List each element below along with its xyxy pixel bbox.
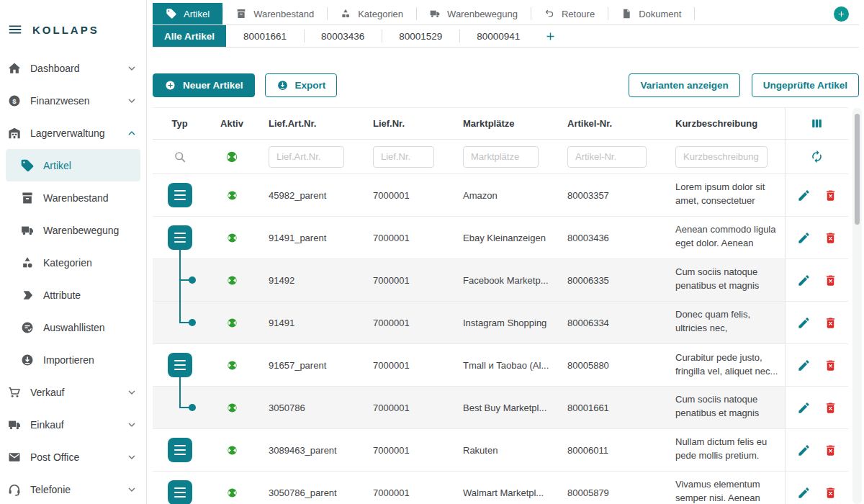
tab-kategorien[interactable]: Kategorien xyxy=(327,3,416,24)
delete-icon[interactable] xyxy=(824,359,837,372)
delete-icon[interactable] xyxy=(824,189,837,202)
column-settings-icon[interactable] xyxy=(810,117,824,130)
tab-artikel[interactable]: Artikel xyxy=(153,3,222,24)
delete-icon[interactable] xyxy=(824,316,837,330)
module-tab-bar: Artikel Warenbestand Kategorien Warenbew… xyxy=(153,3,859,25)
return-arrow-icon xyxy=(544,8,555,19)
row-actions xyxy=(785,302,848,343)
dollar-circle-icon xyxy=(7,94,22,108)
cell-lief-nr: 7000001 xyxy=(361,318,451,328)
warehouse-icon xyxy=(7,126,22,140)
tab-dokument[interactable]: Dokument xyxy=(608,3,694,24)
tab-article-80003436[interactable]: 80003436 xyxy=(304,25,382,47)
marktplaetze-filter-input[interactable] xyxy=(463,146,539,168)
edit-icon[interactable] xyxy=(797,316,811,330)
kurzbeschreibung-filter-input[interactable] xyxy=(675,146,768,168)
sidebar-item-telefonie[interactable]: Telefonie xyxy=(0,473,146,504)
cell-kurzbeschreibung: Vivamus elementum semper nisi. Aenean vu… xyxy=(664,478,785,504)
mail-icon xyxy=(7,450,22,464)
edit-icon[interactable] xyxy=(797,401,811,415)
row-actions xyxy=(785,387,848,428)
sidebar-item-einkauf[interactable]: Einkauf xyxy=(0,408,146,441)
sidebar-item-warenbestand[interactable]: Warenbestand xyxy=(0,181,146,214)
download-circle-icon xyxy=(276,79,289,91)
cell-marktplatz: Instagram Shopping xyxy=(451,318,556,328)
sidebar-item-post-office[interactable]: Post Office xyxy=(0,441,146,473)
tab-warenbewegung[interactable]: Warenbewegung xyxy=(416,3,531,24)
sidebar-item-importieren[interactable]: Importieren xyxy=(0,343,146,376)
add-article-tab-button[interactable] xyxy=(537,25,563,47)
header-kurzbeschreibung[interactable]: Kurzbeschreibung xyxy=(664,118,785,129)
lief-art-nr-filter-input[interactable] xyxy=(269,146,344,168)
edit-icon[interactable] xyxy=(797,486,811,500)
sidebar-item-artikel[interactable]: Artikel xyxy=(6,149,140,181)
tab-article-80000941[interactable]: 80000941 xyxy=(459,25,537,47)
sidebar-item-auswahllisten[interactable]: Auswahllisten xyxy=(0,311,146,343)
plus-icon xyxy=(544,30,557,42)
scrollbar-thumb[interactable] xyxy=(855,114,860,225)
sidebar-item-kategorien[interactable]: Kategorien xyxy=(0,246,146,279)
parent-article-icon[interactable] xyxy=(168,183,192,207)
table-row: 3089463_parent 7000001 Rakuten 80006011 … xyxy=(153,429,848,472)
cell-artikel-nr: 80006011 xyxy=(556,445,664,456)
cell-artikel-nr: 80005879 xyxy=(556,487,664,498)
parent-article-icon[interactable] xyxy=(168,480,192,504)
filter-lief-art-nr-cell xyxy=(257,146,361,168)
cell-marktplatz: Ebay Kleinanzeigen xyxy=(451,233,556,243)
show-variants-button[interactable]: Varianten anzeigen xyxy=(629,73,739,97)
tag-icon xyxy=(20,158,35,173)
delete-icon[interactable] xyxy=(824,274,837,287)
header-marktplaetze[interactable]: Marktplätze xyxy=(451,118,556,129)
new-article-button[interactable]: Neuer Artikel xyxy=(153,73,255,97)
headset-icon xyxy=(7,482,22,497)
sidebar-item-dashboard[interactable]: Dashboard xyxy=(0,52,146,84)
parent-article-icon[interactable] xyxy=(168,353,192,377)
sidebar-item-attribute[interactable]: Attribute xyxy=(0,279,146,311)
artikel-nr-filter-input[interactable] xyxy=(567,146,647,168)
filter-aktiv-cell xyxy=(207,150,257,164)
cell-lief-art-nr: 3050786_parent xyxy=(257,487,361,498)
sidebar-item-verkauf[interactable]: Verkauf xyxy=(0,376,146,408)
sidebar-item-lagerverwaltung[interactable]: Lagerverwaltung xyxy=(0,117,146,149)
article-tab-bar: Alle Artikel 80001661 80003436 80001529 … xyxy=(153,25,859,48)
parent-article-icon[interactable] xyxy=(168,225,192,250)
edit-icon[interactable] xyxy=(797,274,811,287)
toolbar: Neuer Artikel Export Varianten anzeigen … xyxy=(153,73,859,97)
header-lief-art-nr[interactable]: Lief.Art.Nr. xyxy=(257,118,361,129)
parent-article-icon[interactable] xyxy=(168,438,192,462)
edit-icon[interactable] xyxy=(797,231,811,245)
cell-artikel-nr: 80001661 xyxy=(556,402,664,413)
header-typ[interactable]: Typ xyxy=(153,118,207,129)
cell-artikel-nr: 80003357 xyxy=(556,190,664,201)
refresh-icon[interactable] xyxy=(810,150,824,163)
edit-icon[interactable] xyxy=(797,189,811,202)
delete-icon[interactable] xyxy=(824,444,837,457)
delete-icon[interactable] xyxy=(824,231,837,245)
export-button[interactable]: Export xyxy=(265,73,338,97)
lief-nr-filter-input[interactable] xyxy=(373,146,434,168)
plus-icon xyxy=(837,9,846,19)
tab-alle-artikel[interactable]: Alle Artikel xyxy=(153,25,226,47)
hamburger-menu-icon[interactable] xyxy=(7,22,23,37)
brand-name: KOLLAPS xyxy=(32,24,99,36)
header-aktiv[interactable]: Aktiv xyxy=(207,118,257,129)
child-node-dot xyxy=(189,276,196,284)
unchecked-articles-button[interactable]: Ungeprüfte Artikel xyxy=(752,73,859,97)
header-artikel-nr[interactable]: Artikel-Nr. xyxy=(556,118,664,129)
delete-icon[interactable] xyxy=(824,486,837,500)
tab-article-80001529[interactable]: 80001529 xyxy=(382,25,459,47)
add-module-button[interactable] xyxy=(834,6,849,22)
active-filter-icon[interactable] xyxy=(225,150,239,164)
header-lief-nr[interactable]: Lief.Nr. xyxy=(361,118,451,129)
tab-article-80001661[interactable]: 80001661 xyxy=(226,25,304,47)
truck-icon xyxy=(429,8,441,19)
tab-warenbestand[interactable]: Warenbestand xyxy=(222,3,327,24)
sidebar-item-finanzwesen[interactable]: Finanzwesen xyxy=(0,84,146,117)
tab-retoure[interactable]: Retoure xyxy=(531,3,608,24)
cell-lief-nr: 7000001 xyxy=(361,487,451,498)
sidebar-item-warenbewegung[interactable]: Warenbewegung xyxy=(0,214,146,246)
search-icon[interactable] xyxy=(173,150,187,164)
edit-icon[interactable] xyxy=(797,359,811,372)
delete-icon[interactable] xyxy=(824,401,837,415)
edit-icon[interactable] xyxy=(797,444,811,457)
